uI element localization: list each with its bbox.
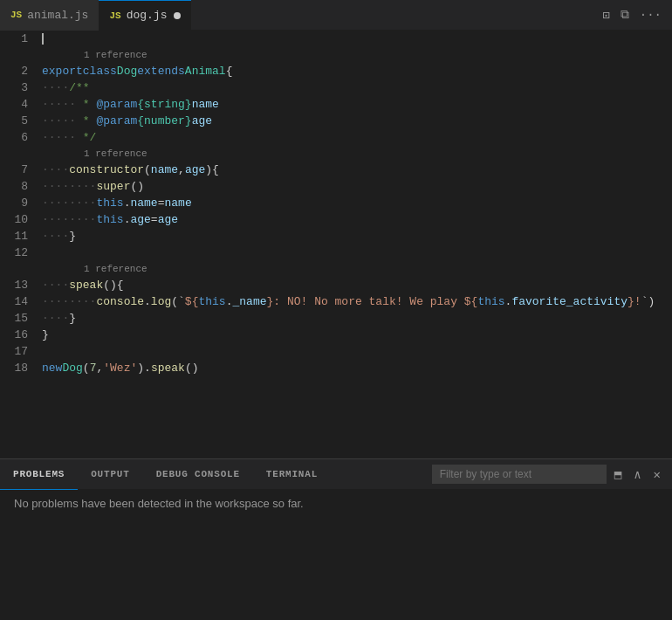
no-problems-message: No problems have been detected in the wo… — [14, 497, 304, 510]
tab-animal-js[interactable]: JS animal.js — [0, 0, 99, 31]
code-line-1 — [42, 31, 672, 47]
code-line-7: ····constructor(name, age) { — [42, 162, 672, 178]
code-line-4: ····· * @param {string} name — [42, 96, 672, 113]
js-icon-2: JS — [109, 10, 120, 21]
panel-tabs: PROBLEMS OUTPUT DEBUG CONSOLE TERMINAL ⬒… — [0, 459, 672, 490]
tab-unsaved-indicator[interactable] — [174, 12, 181, 19]
split-editor-button[interactable]: ⊡ — [599, 4, 613, 26]
panel-filter: ⬒ ∧ ✕ — [432, 465, 672, 485]
code-line-17 — [42, 343, 672, 360]
code-line-9: ········this.name = name — [42, 195, 672, 211]
code-line-10: ········this.age = age — [42, 211, 672, 228]
code-line-12 — [42, 245, 672, 261]
code-line-13: ····speak() { — [42, 277, 672, 293]
more-button[interactable]: ··· — [636, 4, 665, 25]
code-line-15: ····} — [42, 310, 672, 327]
code-line-5: ····· * @param {number} age — [42, 113, 672, 129]
js-icon: JS — [10, 10, 22, 20]
tab-dog-label: dog.js — [127, 9, 168, 22]
code-area[interactable]: 1 referenceexport class Dog extends Anim… — [35, 31, 672, 458]
code-line-3: ····/** — [42, 79, 672, 96]
tab-debug-console[interactable]: DEBUG CONSOLE — [143, 459, 253, 490]
tab-dog-js[interactable]: JS dog.js — [99, 0, 191, 31]
tab-animal-label: animal.js — [27, 9, 88, 22]
close-panel-button[interactable]: ✕ — [649, 465, 665, 485]
code-line-18: new Dog(7, 'Wez').speak() — [42, 360, 672, 376]
tab-bar: JS animal.js JS dog.js ⊡ ⧉ ··· — [0, 0, 672, 31]
code-line-8: ········super() — [42, 178, 672, 195]
tab-problems[interactable]: PROBLEMS — [0, 459, 78, 490]
panel-content: No problems have been detected in the wo… — [0, 490, 672, 517]
filter-input[interactable] — [432, 465, 607, 484]
code-line-16: } — [42, 327, 672, 343]
code-line-11: ····} — [42, 228, 672, 245]
maximize-panel-button[interactable]: ⬒ — [610, 465, 626, 485]
line-numbers: 1·23456·789101112·131415161718 — [0, 31, 35, 458]
tab-terminal[interactable]: TERMINAL — [253, 459, 331, 490]
chevron-up-button[interactable]: ∧ — [629, 465, 645, 485]
editor-content[interactable]: 1·23456·789101112·131415161718 1 referen… — [0, 31, 672, 458]
editor: 1·23456·789101112·131415161718 1 referen… — [0, 31, 672, 458]
layout-button[interactable]: ⧉ — [617, 4, 633, 25]
code-line-2: export class Dog extends Animal { — [42, 63, 672, 79]
bottom-panel: PROBLEMS OUTPUT DEBUG CONSOLE TERMINAL ⬒… — [0, 458, 672, 611]
code-line-14: ········console.log(`${this._name}: NO! … — [42, 293, 672, 310]
tab-output[interactable]: OUTPUT — [78, 459, 142, 490]
tab-actions: ⊡ ⧉ ··· — [599, 4, 672, 26]
code-line-6: ····· */ — [42, 129, 672, 146]
